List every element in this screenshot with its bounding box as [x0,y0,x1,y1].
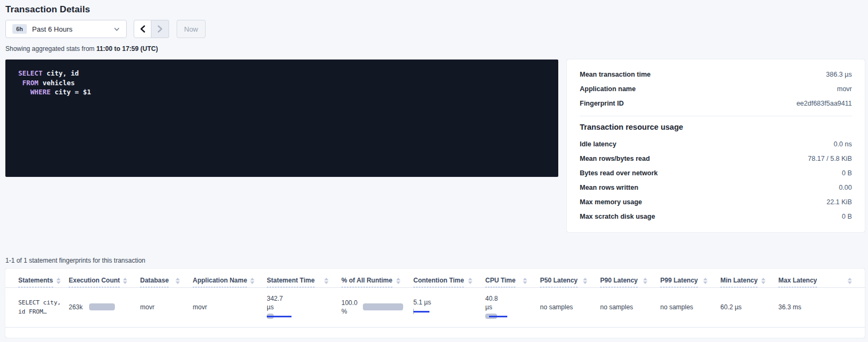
summary-value: ee2df683f5aa9411 [797,100,852,107]
column-header-database[interactable]: Database [140,269,193,288]
sort-icon[interactable] [848,278,852,284]
sort-icon[interactable] [123,278,127,284]
column-header-cpu-time[interactable]: CPU Time [485,269,540,288]
previous-time-button[interactable] [134,20,151,38]
column-header-p99-latency[interactable]: P99 Latency [660,269,720,288]
summary-row: Mean transaction time 386.3 µs [580,67,852,81]
cpu-time-value: 40.8 µs [485,294,535,311]
sort-icon[interactable] [761,278,765,284]
time-nav-group [134,20,169,38]
column-header-statements[interactable]: Statements [5,269,69,288]
statement-fingerprint-count: 1-1 of 1 statement fingerprints for this… [5,257,868,264]
sort-icon[interactable] [643,278,647,284]
statement-time-bar [267,314,293,319]
sort-icon[interactable] [468,278,472,284]
statement-link[interactable]: SELECT city, id FROM… [18,298,63,316]
contention-time-bar [413,310,431,316]
column-header-p90-latency[interactable]: P90 Latency [600,269,660,288]
contention-time-value: 5.1 µs [413,299,480,306]
sort-icon[interactable] [583,278,587,284]
resource-value: 0.0 ns [834,140,852,148]
table-header-row: Statements Execution Count Database Appl… [5,269,865,288]
transaction-summary-panel: Mean transaction time 386.3 µs Applicati… [567,60,865,232]
sort-icon[interactable] [703,278,707,284]
column-header-execution-count[interactable]: Execution Count [69,269,140,288]
sql-code: SELECT city, id FROM vehicles WHERE city… [18,69,545,97]
column-header-p50-latency[interactable]: P50 Latency [540,269,600,288]
pct-runtime-value: 100.0 % [341,299,358,316]
now-button[interactable]: Now [177,20,206,38]
resource-row: Mean rows/bytes read 78.17 / 5.8 KiB [580,151,852,166]
resource-label: Idle latency [580,140,616,148]
sort-icon[interactable] [56,278,61,284]
database-value: movr [140,288,193,328]
resource-label: Bytes read over network [580,169,658,177]
next-time-button[interactable] [151,20,169,38]
min-latency-value: 60.2 µs [720,288,778,328]
resource-value: 22.1 KiB [827,198,852,206]
summary-value: movr [837,85,852,93]
summary-value: 386.3 µs [826,71,852,78]
summary-row: Application name movr [580,81,852,96]
column-header-statement-time[interactable]: Statement Time [267,269,341,288]
statements-table: Statements Execution Count Database Appl… [5,269,865,328]
summary-divider [580,116,852,116]
chevron-left-icon [140,25,146,33]
sql-statement-box: SELECT city, id FROM vehicles WHERE city… [5,60,558,177]
column-header-max-latency[interactable]: Max Latency [778,269,865,288]
main-content: SELECT city, id FROM vehicles WHERE city… [5,60,865,232]
column-header-application-name[interactable]: Application Name [193,269,267,288]
statement-row: SELECT city, id FROM… 263k movr movr 342… [5,288,865,328]
chevron-right-icon [157,25,163,33]
resource-label: Max scratch disk usage [580,213,655,220]
resource-row: Max scratch disk usage 0 B [580,209,852,224]
column-header-pct-runtime[interactable]: % of All Runtime [341,269,413,288]
resource-row: Idle latency 0.0 ns [580,137,852,151]
execution-count-value: 263k [69,303,83,311]
sort-icon[interactable] [176,278,180,284]
chevron-down-icon [114,26,120,32]
transaction-details-page: Transaction Details 6h Past 6 Hours Now … [0,0,868,342]
sort-icon[interactable] [396,278,400,284]
application-name-value: movr [193,288,267,328]
max-latency-value: 36.3 ms [778,288,865,328]
time-range-badge: 6h [12,24,27,34]
summary-label: Mean transaction time [580,71,651,78]
resource-row: Bytes read over network 0 B [580,166,852,180]
sort-icon[interactable] [523,278,527,284]
resource-row: Mean rows written 0.00 [580,180,852,195]
resource-value: 0 B [842,213,852,220]
resource-value: 0.00 [839,184,852,191]
column-header-min-latency[interactable]: Min Latency [720,269,778,288]
sort-icon[interactable] [324,278,329,284]
resource-row: Max memory usage 22.1 KiB [580,195,852,209]
p50-latency-value: no samples [540,288,600,328]
statements-table-card: Statements Execution Count Database Appl… [5,269,865,338]
aggregated-stats-caption: Showing aggregated stats from 11:00 to 1… [5,45,868,53]
stats-caption-range: 11:00 to 17:59 (UTC) [96,45,158,53]
resource-value: 78.17 / 5.8 KiB [808,155,852,162]
time-controls: 6h Past 6 Hours Now [5,20,868,38]
resource-label: Mean rows/bytes read [580,155,650,162]
column-header-contention-time[interactable]: Contention Time [413,269,485,288]
p99-latency-value: no samples [660,288,720,328]
summary-label: Application name [580,85,636,93]
resource-usage-heading: Transaction resource usage [580,123,852,131]
summary-row: Fingerprint ID ee2df683f5aa9411 [580,96,852,110]
pct-runtime-bar [363,303,403,310]
sort-icon[interactable] [250,278,254,284]
p90-latency-value: no samples [600,288,660,328]
stats-caption-prefix: Showing aggregated stats from [5,45,96,53]
time-range-dropdown[interactable]: 6h Past 6 Hours [5,20,127,38]
time-range-label: Past 6 Hours [32,25,114,33]
cpu-time-bar [485,314,508,319]
resource-label: Max memory usage [580,198,642,206]
execution-count-bar [89,303,115,310]
resource-value: 0 B [842,169,852,177]
page-title: Transaction Details [0,0,868,15]
summary-label: Fingerprint ID [580,100,624,107]
resource-label: Mean rows written [580,184,638,191]
statement-time-value: 342.7 µs [267,294,336,311]
